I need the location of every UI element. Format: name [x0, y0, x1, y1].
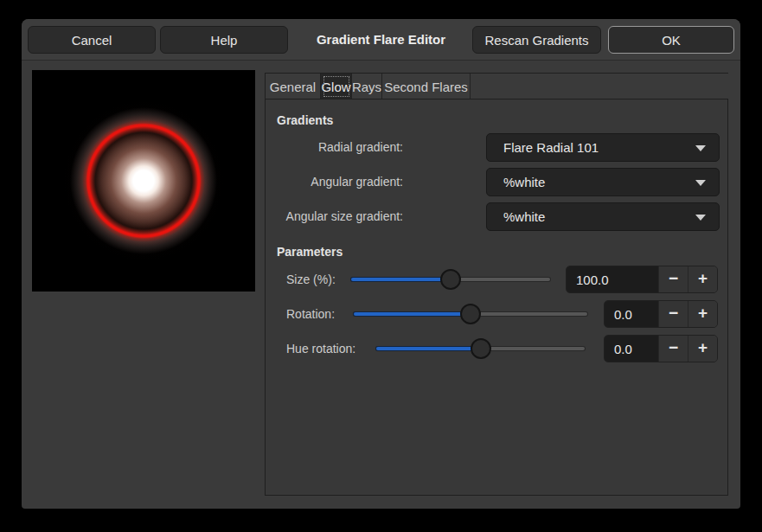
- angular-size-gradient-value: %white: [503, 209, 545, 224]
- plus-icon[interactable]: +: [688, 266, 717, 292]
- rotation-slider[interactable]: [354, 300, 587, 328]
- rotation-input[interactable]: 0.0: [605, 301, 658, 327]
- size-slider[interactable]: [351, 266, 550, 293]
- size-input[interactable]: 100.0: [567, 266, 658, 292]
- tab-general[interactable]: General: [265, 74, 321, 99]
- flare-preview-image: [32, 70, 255, 292]
- chevron-down-icon: [695, 180, 706, 186]
- gradients-heading: Gradients: [277, 112, 333, 129]
- angular-size-gradient-label: Angular size gradient:: [266, 202, 403, 231]
- radial-gradient-select[interactable]: Flare Radial 101: [486, 133, 720, 162]
- glow-tab-panel: Gradients Radial gradient: Flare Radial …: [265, 99, 728, 496]
- slider-thumb[interactable]: [471, 338, 491, 359]
- rescan-gradients-button[interactable]: Rescan Gradients: [472, 26, 601, 54]
- chevron-down-icon: [695, 215, 706, 221]
- plus-icon[interactable]: +: [688, 301, 717, 327]
- slider-fill: [354, 312, 471, 316]
- angular-gradient-select[interactable]: %white: [486, 168, 720, 196]
- radial-gradient-label: Radial gradient:: [266, 133, 403, 162]
- size-spinbox: 100.0 − +: [566, 266, 718, 293]
- screen: Cancel Help Gradient Flare Editor Rescan…: [0, 0, 762, 532]
- help-button[interactable]: Help: [160, 26, 288, 54]
- hue-rotation-spinbox: 0.0 − +: [604, 335, 718, 362]
- hue-rotation-slider[interactable]: [376, 335, 585, 362]
- size-label: Size (%):: [286, 266, 336, 293]
- tab-rays[interactable]: Rays: [352, 74, 382, 99]
- parameters-heading: Parameters: [277, 243, 343, 260]
- minus-icon[interactable]: −: [658, 266, 688, 292]
- cancel-button[interactable]: Cancel: [28, 26, 156, 54]
- plus-icon[interactable]: +: [688, 336, 717, 362]
- slider-fill: [376, 347, 481, 350]
- angular-gradient-label: Angular gradient:: [266, 168, 403, 196]
- tab-second-flares[interactable]: Second Flares: [382, 74, 471, 99]
- tab-bar: General Glow Rays Second Flares: [265, 73, 728, 99]
- slider-thumb[interactable]: [460, 304, 481, 324]
- editor-notebook: General Glow Rays Second Flares Gradient…: [265, 73, 728, 496]
- hue-rotation-label: Hue rotation:: [286, 335, 355, 362]
- flare-preview: [32, 70, 255, 292]
- gradient-flare-editor-dialog: Cancel Help Gradient Flare Editor Rescan…: [22, 19, 740, 509]
- minus-icon[interactable]: −: [658, 336, 688, 362]
- tab-glow[interactable]: Glow: [321, 74, 352, 99]
- ok-button[interactable]: OK: [608, 26, 734, 54]
- dialog-header: Cancel Help Gradient Flare Editor Rescan…: [22, 19, 740, 61]
- radial-gradient-value: Flare Radial 101: [503, 140, 599, 155]
- hue-rotation-input[interactable]: 0.0: [605, 336, 658, 362]
- rotation-label: Rotation:: [286, 300, 335, 328]
- minus-icon[interactable]: −: [658, 301, 688, 327]
- chevron-down-icon: [695, 145, 706, 151]
- slider-thumb[interactable]: [440, 269, 461, 290]
- angular-gradient-value: %white: [503, 175, 545, 189]
- rotation-spinbox: 0.0 − +: [604, 300, 718, 328]
- angular-size-gradient-select[interactable]: %white: [486, 202, 720, 231]
- slider-fill: [351, 278, 451, 281]
